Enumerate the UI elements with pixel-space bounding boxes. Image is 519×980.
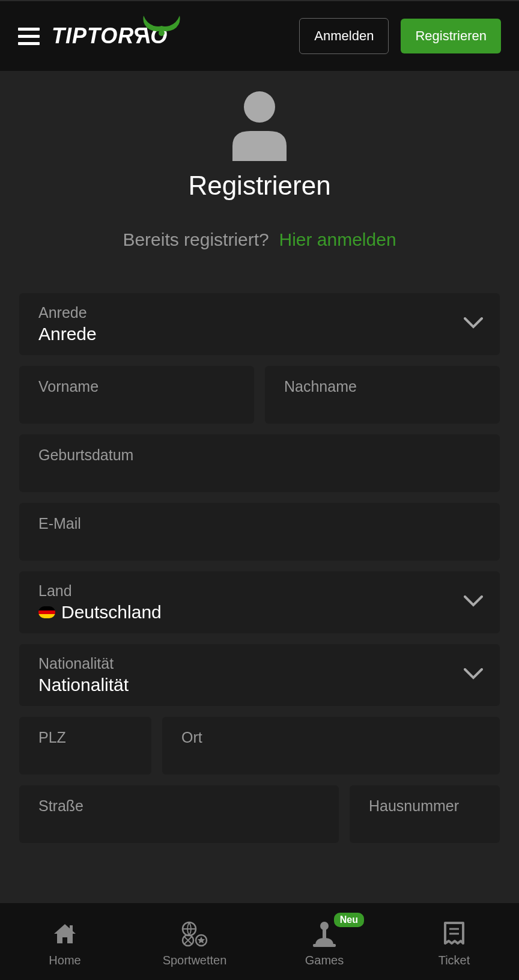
street-label: Straße: [38, 797, 320, 815]
salutation-label: Anrede: [38, 304, 481, 321]
chevron-down-icon: [464, 317, 483, 332]
chevron-down-icon: [464, 668, 483, 683]
nav-sports-label: Sportwetten: [163, 954, 227, 967]
nav-games-label: Games: [305, 954, 344, 967]
new-badge: Neu: [334, 913, 364, 927]
page-title: Registrieren: [19, 171, 500, 201]
city-label: Ort: [181, 729, 481, 746]
svg-point-1: [244, 91, 275, 123]
already-registered-text: Bereits registriert? Hier anmelden: [19, 230, 500, 250]
registration-form: Anrede Anrede Vorname Nachname Geburtsda…: [19, 293, 500, 843]
chevron-down-icon: [464, 595, 483, 610]
svg-marker-6: [198, 937, 205, 943]
salutation-value: Anrede: [38, 324, 481, 344]
housenumber-label: Hausnummer: [369, 797, 481, 815]
dob-label: Geburtsdatum: [38, 446, 481, 464]
country-select[interactable]: Land Deutschland: [19, 571, 500, 633]
dob-field[interactable]: Geburtsdatum: [19, 434, 500, 492]
header: TIPTORRO Anmelden Registrieren: [0, 0, 519, 71]
home-icon: [52, 919, 78, 949]
lastname-field[interactable]: Nachname: [265, 366, 500, 424]
city-field[interactable]: Ort: [162, 717, 500, 775]
nav-home[interactable]: Home: [0, 919, 130, 967]
menu-icon[interactable]: [18, 23, 40, 50]
login-link[interactable]: Hier anmelden: [279, 230, 396, 249]
nationality-label: Nationalität: [38, 655, 481, 672]
content: Registrieren Bereits registriert? Hier a…: [0, 71, 519, 843]
avatar-section: Registrieren Bereits registriert? Hier a…: [19, 89, 500, 250]
country-label: Land: [38, 582, 481, 600]
ticket-icon: [442, 919, 467, 949]
login-button[interactable]: Anmelden: [299, 18, 389, 54]
country-value: Deutschland: [38, 602, 481, 622]
email-label: E-Mail: [38, 515, 481, 532]
email-field[interactable]: E-Mail: [19, 503, 500, 561]
logo-horns-icon: [141, 13, 183, 37]
sports-icon: [180, 919, 210, 949]
nav-sports[interactable]: Sportwetten: [130, 919, 260, 967]
flag-germany-icon: [38, 606, 55, 618]
salutation-select[interactable]: Anrede Anrede: [19, 293, 500, 355]
nav-games[interactable]: Neu Games: [260, 919, 389, 967]
nav-ticket-label: Ticket: [439, 954, 470, 967]
svg-rect-8: [323, 929, 326, 939]
bottom-nav: Home Sportwetten Neu Games: [0, 903, 519, 980]
register-button[interactable]: Registrieren: [401, 19, 501, 53]
svg-point-7: [320, 922, 329, 930]
svg-rect-9: [313, 944, 336, 947]
lastname-label: Nachname: [284, 378, 481, 395]
nav-ticket[interactable]: Ticket: [389, 919, 519, 967]
firstname-field[interactable]: Vorname: [19, 366, 254, 424]
zip-field[interactable]: PLZ: [19, 717, 151, 775]
nationality-select[interactable]: Nationalität Nationalität: [19, 644, 500, 706]
svg-rect-2: [70, 925, 73, 931]
nationality-value: Nationalität: [38, 675, 481, 695]
logo[interactable]: TIPTORRO: [52, 23, 168, 49]
nav-home-label: Home: [49, 954, 80, 967]
street-field[interactable]: Straße: [19, 785, 339, 843]
firstname-label: Vorname: [38, 378, 235, 395]
svg-point-0: [159, 30, 165, 36]
zip-label: PLZ: [38, 729, 132, 746]
avatar-icon: [226, 89, 293, 163]
housenumber-field[interactable]: Hausnummer: [350, 785, 500, 843]
